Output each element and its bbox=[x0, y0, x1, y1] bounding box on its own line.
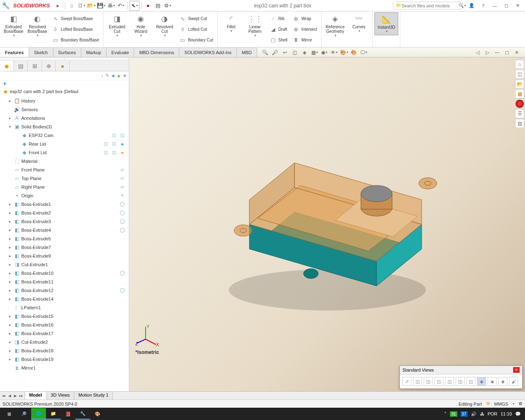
tree-item-annotations[interactable]: ▸AAnnotations bbox=[0, 114, 129, 122]
task-solidworks-button[interactable]: 🔧 bbox=[75, 408, 90, 420]
tree-item-boss-extrude10[interactable]: ▸◧Boss-Extrude10◯ bbox=[0, 269, 129, 277]
tree-item-boss-extrude18[interactable]: ▸◧Boss-Extrude18 bbox=[0, 346, 129, 355]
tray-notif-icon[interactable]: 💬 bbox=[515, 411, 521, 417]
expand-button[interactable]: ▸ bbox=[53, 1, 63, 11]
zoom-area-button[interactable]: 🔎 bbox=[271, 48, 280, 57]
tree-item-boss-extrude12[interactable]: ▸◧Boss-Extrude12◯ bbox=[0, 286, 129, 294]
view-normal-button[interactable]: ⤢ bbox=[402, 377, 411, 386]
tab-mbd[interactable]: MBD bbox=[237, 48, 257, 57]
hu-prop-button[interactable]: ▤ bbox=[515, 119, 524, 128]
task-chrome-button[interactable]: 🌐 bbox=[31, 408, 46, 420]
tab-solidworks-add-ins[interactable]: SOLIDWORKS Add-Ins bbox=[179, 48, 237, 57]
tree-item-solid-bodies-3-[interactable]: ▾▣Solid Bodies(3) bbox=[0, 122, 129, 131]
view-link-button[interactable]: 🖌 bbox=[509, 377, 518, 386]
help-button[interactable]: ? bbox=[477, 1, 489, 11]
tree-item-mirror1[interactable]: ⧗Mirror1 bbox=[0, 363, 129, 372]
ribbon-curves-button[interactable]: 〰Curves▾ bbox=[347, 12, 371, 39]
hu-dim-button[interactable]: ▦ bbox=[515, 89, 524, 98]
hu-home-button[interactable]: ⌂ bbox=[515, 60, 524, 69]
tab-surfaces[interactable]: Surfaces bbox=[53, 48, 81, 57]
tree-item-history[interactable]: ▸📋History bbox=[0, 96, 129, 105]
view-right-button[interactable]: ◫ bbox=[445, 377, 454, 386]
task-explorer-button[interactable]: 📁 bbox=[46, 408, 61, 420]
scene-button[interactable]: 🎨▾ bbox=[340, 48, 349, 57]
tree-item-boss-extrude1[interactable]: ▸◧Boss-Extrude1◯ bbox=[0, 200, 129, 208]
tab-last-button[interactable]: ⏭ bbox=[18, 394, 24, 398]
feature-tree-tab[interactable]: ◆ bbox=[0, 61, 14, 71]
tree-item-front-plane[interactable]: ▱Front Plane▱ bbox=[0, 165, 129, 174]
user-button[interactable]: 👤 bbox=[466, 1, 477, 11]
ribbon-instant3d-button[interactable]: 📐Instant3D▾ bbox=[374, 12, 398, 35]
view-back-button[interactable]: ◫ bbox=[424, 377, 433, 386]
tree-item-boss-extrude5[interactable]: ▸◧Boss-Extrude5 bbox=[0, 234, 129, 243]
view-left-button[interactable]: ◫ bbox=[434, 377, 443, 386]
tree-item-boss-extrude16[interactable]: ▸◧Boss-Extrude16 bbox=[0, 320, 129, 329]
tree-item-boss-extrude19[interactable]: ▸◧Boss-Extrude19 bbox=[0, 355, 129, 363]
view-iso-button[interactable]: ◈ bbox=[477, 377, 486, 386]
print-button[interactable]: 🖶▾ bbox=[106, 1, 116, 11]
tray-temp2[interactable]: 37 bbox=[461, 411, 468, 417]
tree-item-right-plane[interactable]: ▱Right Plane▱ bbox=[0, 183, 129, 191]
tree-item-top-plane[interactable]: ▱Top Plane▱ bbox=[0, 174, 129, 183]
ribbon-fillet-button[interactable]: ◜Fillet▾ bbox=[219, 12, 243, 46]
tree-item-esp32-cam[interactable]: ◆ESP32 Cam◫◫ bbox=[0, 131, 129, 139]
doc-min-button[interactable]: — bbox=[493, 48, 502, 57]
ribbon-revolved-cut-button[interactable]: ◑RevolvedCut▾ bbox=[153, 12, 176, 46]
tree-item-rear-lid[interactable]: ◆Rear Lid◫◫● bbox=[0, 139, 129, 148]
status-rebuild-icon[interactable]: ⚒ bbox=[486, 401, 490, 406]
view-triad[interactable]: Y X Z bbox=[135, 325, 160, 350]
ribbon-swept-cut-button[interactable]: ∿Swept Cut bbox=[177, 13, 215, 24]
tab-prev-button[interactable]: ◀ bbox=[7, 394, 12, 398]
view-front-button[interactable]: ◫ bbox=[413, 377, 422, 386]
tab-sketch[interactable]: Sketch bbox=[29, 48, 53, 57]
view-bottom-button[interactable]: ◫ bbox=[466, 377, 475, 386]
tree-item-boss-extrude3[interactable]: ▸◧Boss-Extrude3◯ bbox=[0, 217, 129, 226]
close-button[interactable]: ✕ bbox=[512, 1, 523, 11]
ribbon-wrap-button[interactable]: ⊕Wrap bbox=[291, 13, 319, 24]
hu-list-button[interactable]: ☰ bbox=[515, 109, 524, 118]
ribbon-revolved-boss-base-button[interactable]: ◐RevolvedBoss/Base▾ bbox=[25, 12, 49, 46]
ribbon-mirror-button[interactable]: ⧗Mirror bbox=[291, 34, 319, 45]
status-custom-button[interactable]: ⚙ bbox=[518, 401, 523, 406]
new-button[interactable]: 🗋▾ bbox=[77, 1, 87, 11]
ribbon-boundary-boss-base-button[interactable]: ▭Boundary Boss/Base bbox=[50, 34, 100, 45]
tree-item-boss-extrude15[interactable]: ▸◧Boss-Extrude15 bbox=[0, 312, 129, 320]
ribbon-extruded-cut-button[interactable]: ◨ExtrudedCut▾ bbox=[105, 12, 129, 46]
status-units[interactable]: MMGS bbox=[494, 402, 508, 406]
start-button[interactable]: ⊞ bbox=[2, 408, 16, 420]
viewport[interactable]: ⌂ ◫ 📂 ▦ ☰ ▤ Y X Z *Isometric Standard Vi… bbox=[129, 57, 525, 391]
tree-item-material-not-specified-[interactable]: ⬚Material bbox=[0, 157, 129, 165]
ribbon-boundary-cut-button[interactable]: ▭Boundary Cut bbox=[177, 34, 215, 45]
tree-item-lpattern1[interactable]: ⋮⋮LPattern1 bbox=[0, 303, 129, 312]
open-button[interactable]: 📂▾ bbox=[87, 1, 96, 11]
prev-view-button[interactable]: ↩ bbox=[281, 48, 290, 57]
select-button[interactable]: ⬉▾ bbox=[130, 1, 139, 11]
panel-right-button[interactable]: ▷ bbox=[483, 48, 492, 57]
view-tri-button[interactable]: ◈ bbox=[488, 377, 497, 386]
ribbon-hole-wizard-button[interactable]: ◉HoleWizard▾ bbox=[129, 12, 153, 46]
bottom-tab-motion-study-1[interactable]: Motion Study 1 bbox=[74, 392, 113, 399]
bottom-tab-3d-views[interactable]: 3D Views bbox=[47, 392, 74, 399]
ribbon-shell-button[interactable]: ▢Shell bbox=[268, 34, 289, 45]
save-button[interactable]: 💾▾ bbox=[96, 1, 106, 11]
settings-button[interactable]: ⚙▾ bbox=[163, 1, 173, 11]
eye-button[interactable]: 👁 bbox=[123, 73, 127, 78]
tree-item-cut-extrude1[interactable]: ▸◨Cut-Extrude1 bbox=[0, 260, 129, 269]
display-style-button[interactable]: ▦▾ bbox=[310, 48, 319, 57]
tray-chevron-icon[interactable]: ˄ bbox=[444, 411, 447, 417]
tab-features[interactable]: Features bbox=[0, 48, 29, 57]
tree-item-origin[interactable]: ⌖Origin⌖ bbox=[0, 191, 129, 200]
task-app2-button[interactable]: 🎨 bbox=[90, 408, 105, 420]
tray-volume-icon[interactable]: 🔊 bbox=[471, 411, 477, 417]
tab-next-button[interactable]: ▶ bbox=[12, 394, 18, 398]
filter-icon[interactable]: ▼ bbox=[2, 81, 7, 86]
tray-network-icon[interactable]: 🖧 bbox=[480, 411, 484, 416]
search-input[interactable] bbox=[402, 3, 458, 8]
options-list-button[interactable]: ▤ bbox=[153, 1, 163, 11]
tree-item-boss-extrude14[interactable]: ▸◧Boss-Extrude14 bbox=[0, 294, 129, 303]
dim-tab[interactable]: ⊕ bbox=[42, 61, 56, 71]
tree-item-boss-extrude17[interactable]: ▸◧Boss-Extrude17 bbox=[0, 329, 129, 338]
hu-cube-button[interactable]: ◫ bbox=[515, 70, 524, 79]
property-tab[interactable]: ▤ bbox=[14, 61, 28, 71]
config-tab[interactable]: ⊞ bbox=[28, 61, 42, 71]
